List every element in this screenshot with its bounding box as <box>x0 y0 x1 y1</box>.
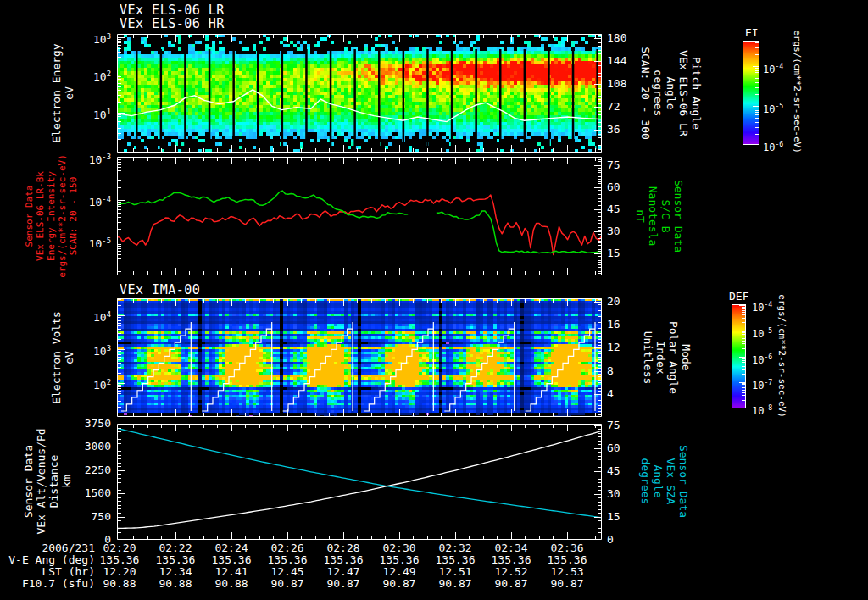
table-cell: 135.36 <box>258 554 317 565</box>
colorbar-tick-label: 10-4 <box>763 61 783 75</box>
axis-label-line: VEx SZA <box>665 445 677 518</box>
table-cell: 90.88 <box>146 578 205 589</box>
y-tick-label: 1500 <box>45 487 111 498</box>
table-cell: 135.36 <box>426 554 485 565</box>
table-cell: 12.41 <box>202 566 261 577</box>
axis-label-line: Pitch Angle <box>690 47 703 140</box>
y-tick-label: 30 <box>607 488 620 499</box>
table-cell: 90.87 <box>481 578 541 589</box>
colorbar-title: EI <box>745 26 759 39</box>
intensity-bfield-canvas <box>117 157 602 275</box>
y-tick-label: 16 <box>607 319 620 330</box>
ima-title: VEx IMA-00 <box>120 282 200 297</box>
table-cell: 135.36 <box>314 554 373 565</box>
table-cell: 90.87 <box>314 578 373 589</box>
time-tick-label: 02:28 <box>314 542 373 553</box>
y-tick-label: 15 <box>607 511 620 522</box>
els-spectrogram-canvas <box>117 34 602 153</box>
altitude-sza-canvas <box>117 424 602 540</box>
ima-spectrogram-canvas <box>117 298 602 417</box>
colorbar-ei <box>743 41 760 145</box>
table-cell: 12.47 <box>314 566 373 577</box>
table-cell: 90.88 <box>202 578 261 589</box>
time-tick-label: 02:26 <box>258 542 317 553</box>
table-cell: 12.45 <box>258 566 317 577</box>
y-tick-label: 10-4 <box>45 194 111 208</box>
colorbar-tick-label: 10-7 <box>752 377 772 391</box>
els-hr-title: VEx ELS-06 HR <box>120 16 225 31</box>
time-tick-label: 02:30 <box>370 542 429 553</box>
right-axis-label: Sensor DataS/C BNanoteslanT <box>634 180 685 253</box>
date-label: 2006/231 <box>0 542 95 553</box>
table-cell: 135.36 <box>537 554 597 565</box>
colorbar-tick-label: 10-5 <box>752 325 772 339</box>
axis-label-line: Sensor Data <box>677 445 690 518</box>
axis-label-line: VEx ELS-06 LR-Bk <box>35 154 46 278</box>
table-row-label: F10.7 (sfu) <box>0 578 95 589</box>
table-row-label: LST (hr) <box>0 566 95 577</box>
y-tick-label: 102 <box>45 69 111 82</box>
time-tick-label: 02:20 <box>90 542 149 553</box>
colorbar-tick-label: 10-4 <box>752 299 772 313</box>
table-row-label: V-E Ang (deg) <box>0 554 95 565</box>
time-tick-label: 02:24 <box>202 542 261 553</box>
y-tick-label: 3000 <box>45 441 111 452</box>
time-tick-label: 02:36 <box>537 542 597 553</box>
axis-label-line: Sensor Data <box>24 154 35 278</box>
time-tick-label: 02:22 <box>146 542 205 553</box>
colorbar-tick-label: 10-6 <box>763 139 783 153</box>
axis-label-line: nT <box>634 180 647 253</box>
colorbar-unit-label: ergs/(cm**2-sr-sec-eV) <box>776 294 787 418</box>
y-tick-label: 45 <box>607 465 620 476</box>
axis-label-line: eV <box>63 43 75 142</box>
y-tick-label: 75 <box>607 159 620 170</box>
table-cell: 90.87 <box>258 578 317 589</box>
table-cell: 135.36 <box>481 554 541 565</box>
y-tick-label: 45 <box>607 203 620 214</box>
axis-label-line: Polar Angle <box>667 321 680 394</box>
right-axis-label: Pitch AngleVEx ELS-06 LRAngledegreesSCAN… <box>639 47 703 140</box>
y-tick-label: 60 <box>607 442 620 453</box>
colorbar-tick-label: 10-8 <box>752 403 772 416</box>
y-tick-label: 20 <box>607 296 620 307</box>
y-tick-label: 3750 <box>45 418 111 429</box>
y-tick-label: 2250 <box>45 464 111 475</box>
axis-label-line: VEx ELS-06 LR <box>677 47 690 140</box>
table-cell: 135.36 <box>146 554 205 565</box>
y-tick-label: 10-3 <box>45 152 111 165</box>
table-cell: 135.36 <box>202 554 261 565</box>
left-axis-label: Sensor DataVEx ELS-06 LR-BkEnergy Intens… <box>24 154 79 278</box>
y-tick-label: 144 <box>607 55 626 66</box>
y-tick-label: 180 <box>607 32 626 43</box>
axis-label-line: Unitless <box>642 321 654 394</box>
axis-label-line: SCAN: 20 - 150 <box>68 154 79 278</box>
y-tick-label: 72 <box>607 101 620 112</box>
colorbar-tick-label: 10-5 <box>763 101 783 114</box>
table-cell: 12.52 <box>481 566 541 577</box>
y-tick-label: 108 <box>607 78 626 89</box>
y-tick-label: 104 <box>45 309 111 323</box>
table-cell: 135.36 <box>370 554 429 565</box>
axis-label-line: Mode <box>680 321 693 394</box>
y-tick-label: 103 <box>45 343 111 357</box>
table-cell: 12.53 <box>537 566 597 577</box>
y-tick-label: 8 <box>607 365 614 376</box>
axis-label-line: SCAN: 20 - 300 <box>639 47 652 140</box>
table-cell: 90.87 <box>537 578 597 589</box>
axis-label-line: Sensor Data <box>672 180 685 253</box>
y-tick-label: 101 <box>45 107 111 120</box>
table-cell: 12.49 <box>370 566 429 577</box>
science-plot-screen: VEx ELS-06 LR VEx ELS-06 HR VEx IMA-00 E… <box>0 0 868 600</box>
axis-label-line: Index <box>654 321 667 394</box>
y-tick-label: 30 <box>607 225 620 236</box>
left-axis-label: Electron EnergyeV <box>50 43 75 142</box>
colorbar-title: DEF <box>729 290 748 303</box>
axis-label-line: Sensor Data <box>22 428 35 534</box>
y-tick-label: 10-5 <box>45 236 111 249</box>
axis-label-line: degrees <box>639 445 652 518</box>
colorbar-unit-label: ergs/(cm**2-sr-sec-eV) <box>792 30 803 153</box>
y-tick-label: 15 <box>607 247 620 258</box>
time-tick-label: 02:32 <box>426 542 485 553</box>
y-tick-label: 103 <box>45 31 111 45</box>
y-tick-label: 0 <box>607 534 614 545</box>
